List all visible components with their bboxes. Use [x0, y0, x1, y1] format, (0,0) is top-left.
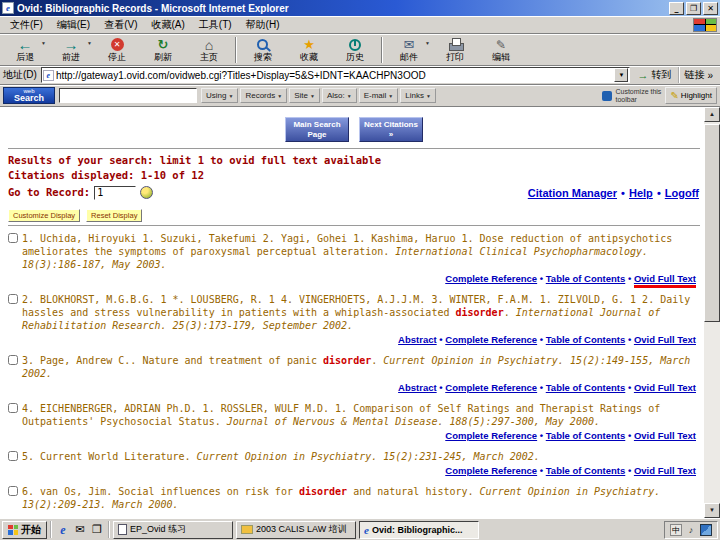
citation-checkbox[interactable]	[8, 451, 18, 461]
search-brand-logo[interactable]: web Search	[3, 87, 55, 104]
citation-checkbox[interactable]	[8, 233, 18, 243]
citation-link[interactable]: Ovid Full Text	[634, 273, 696, 288]
toolbar-button-mail[interactable]: ✉▼邮件	[386, 35, 432, 65]
citation-link[interactable]: Complete Reference	[445, 273, 537, 284]
menu-item[interactable]: 工具(T)	[192, 16, 239, 34]
toolbar-button-search[interactable]: 搜索	[240, 35, 286, 65]
highlight-button[interactable]: ✎ Highlight	[665, 87, 717, 104]
citation-link[interactable]: Table of Contents	[546, 430, 626, 441]
toolbar-button-history[interactable]: 历史	[332, 35, 378, 65]
scrollbar-track[interactable]	[704, 122, 720, 503]
toolbar-button-refresh[interactable]: ↻刷新	[140, 35, 186, 65]
task-button[interactable]: eOvid: Bibliographic...	[359, 521, 479, 539]
toolbar-button-back[interactable]: ←▼后退	[2, 35, 48, 65]
menu-item[interactable]: 查看(V)	[97, 16, 144, 34]
start-button[interactable]: 开始	[2, 521, 47, 539]
toolbar-button-favorites[interactable]: ★收藏	[286, 35, 332, 65]
citation-link[interactable]: Table of Contents	[546, 465, 626, 476]
nav-button[interactable]: Next Citations »	[359, 117, 423, 142]
close-button[interactable]: ✕	[703, 2, 718, 15]
citation-checkbox[interactable]	[8, 403, 18, 413]
search-toolbar-button[interactable]: Site▼	[289, 88, 320, 103]
toolbar-button-edit[interactable]: ✎编辑	[478, 35, 524, 65]
customize-label: Customize this toolbar	[615, 88, 661, 103]
mail-quicklaunch-icon[interactable]: ✉	[73, 523, 87, 537]
forward-icon: →	[64, 36, 79, 53]
citation: 2. BLOKHORST, M.G.B.G. 1 *. LOUSBERG, R.…	[8, 293, 700, 354]
goto-record-input[interactable]	[94, 186, 136, 200]
link-separator: •	[537, 273, 546, 284]
citation-link[interactable]: Complete Reference	[445, 465, 537, 476]
citation-link[interactable]: Complete Reference	[445, 334, 537, 345]
citation-link[interactable]: Table of Contents	[546, 382, 626, 393]
citation-link[interactable]: Ovid Full Text	[634, 334, 696, 345]
ime-icon[interactable]: 中	[670, 524, 682, 536]
citation-link[interactable]: Abstract	[398, 334, 437, 345]
citation-link[interactable]: Ovid Full Text	[634, 430, 696, 441]
citation-checkbox[interactable]	[8, 294, 18, 304]
address-label: 地址(D)	[3, 68, 37, 82]
nav-button[interactable]: Main Search Page	[285, 117, 349, 142]
content-wrap: Main Search PageNext Citations » Results…	[0, 107, 720, 518]
header-link[interactable]: Logoff	[665, 187, 699, 199]
toolbar-button-label: 邮件	[400, 52, 418, 62]
citation-link[interactable]: Ovid Full Text	[634, 465, 696, 476]
address-input[interactable]	[56, 69, 613, 82]
scroll-up-arrow[interactable]: ▲	[704, 107, 720, 122]
toolbar-button-stop[interactable]: ✕停止	[94, 35, 140, 65]
citation-body: 6. van Os, Jim. Social influences on ris…	[22, 485, 700, 517]
volume-icon[interactable]: ♪	[685, 524, 697, 536]
toolbar-button-print[interactable]: 打印	[432, 35, 478, 65]
search-toolbar-button[interactable]: Also:▼	[322, 88, 357, 103]
menu-item[interactable]: 文件(F)	[3, 16, 50, 34]
logo-quadrant	[694, 19, 705, 25]
citation-link[interactable]: Table of Contents	[546, 334, 626, 345]
task-button[interactable]: EP_Ovid 练习	[113, 521, 233, 539]
dropdown-arrow-icon: ▼	[425, 40, 430, 46]
go-button[interactable]: → 转到	[634, 68, 674, 82]
header-link[interactable]: Help	[629, 187, 653, 199]
scrollbar-thumb[interactable]	[704, 124, 720, 322]
citation: 1. Uchida, Hiroyuki 1. Suzuki, Takefumi …	[8, 232, 700, 293]
menu-item[interactable]: 帮助(H)	[239, 16, 287, 34]
display-button[interactable]: Reset Display	[86, 209, 142, 222]
citation-link[interactable]: Table of Contents	[546, 273, 626, 284]
menu-item[interactable]: 收藏(A)	[144, 16, 191, 34]
goto-record-go-icon[interactable]	[140, 186, 153, 199]
task-button[interactable]: 2003 CALIS LAW 培训	[236, 521, 356, 539]
toolbar-button-forward[interactable]: →▼前进	[48, 35, 94, 65]
search-toolbar-button-label: Using	[206, 91, 226, 100]
citation-checkbox[interactable]	[8, 355, 18, 365]
customize-toolbar[interactable]: Customize this toolbar	[602, 88, 661, 103]
citation-text: 6. van Os, Jim. Social influences on ris…	[22, 485, 700, 511]
display-button[interactable]: Customize Display	[8, 209, 80, 222]
search-toolbar-button[interactable]: Records▼	[240, 88, 287, 103]
scroll-down-arrow[interactable]: ▼	[704, 503, 720, 518]
search-toolbar-input[interactable]	[59, 88, 197, 103]
highlighter-pen-icon: ✎	[670, 90, 678, 101]
desktop-quicklaunch-icon[interactable]: ❐	[90, 523, 104, 537]
citation: 5. Current World Literature. Current Opi…	[8, 450, 700, 485]
ie-quicklaunch-icon[interactable]: e	[56, 523, 70, 537]
search-toolbar-button[interactable]: E-mail▼	[359, 88, 399, 103]
header-link[interactable]: Citation Manager	[528, 187, 617, 199]
toolbar-button-home[interactable]: ⌂主页	[186, 35, 232, 65]
maximize-button[interactable]: ❐	[686, 2, 701, 15]
menu-items: 文件(F)编辑(E)查看(V)收藏(A)工具(T)帮助(H)	[3, 16, 286, 34]
menu-bar: 文件(F)编辑(E)查看(V)收藏(A)工具(T)帮助(H)	[0, 16, 720, 34]
network-icon[interactable]	[700, 524, 712, 536]
minimize-button[interactable]: _	[669, 2, 684, 15]
links-menu[interactable]: 链接 »	[678, 67, 717, 83]
citation-link[interactable]: Ovid Full Text	[634, 382, 696, 393]
citation-text: 1. Uchida, Hiroyuki 1. Suzuki, Takefumi …	[22, 232, 700, 271]
citation-link[interactable]: Complete Reference	[445, 382, 537, 393]
search-toolbar-button[interactable]: Using▼	[201, 88, 238, 103]
citation-checkbox[interactable]	[8, 486, 18, 496]
citation-segment: .	[504, 307, 516, 318]
address-dropdown-arrow-icon[interactable]: ▼	[614, 68, 628, 82]
citation-link[interactable]: Complete Reference	[445, 430, 537, 441]
citation-links: Complete Reference • Table of Contents •…	[22, 273, 696, 284]
menu-item[interactable]: 编辑(E)	[50, 16, 97, 34]
search-toolbar-button[interactable]: Links▼	[400, 88, 436, 103]
citation-link[interactable]: Abstract	[398, 382, 437, 393]
